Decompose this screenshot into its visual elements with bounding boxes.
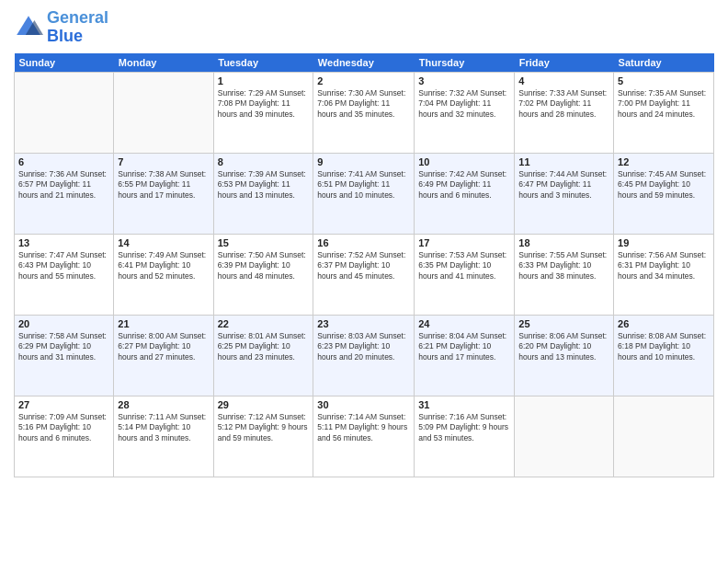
day-number: 7 xyxy=(118,156,209,167)
day-number: 22 xyxy=(218,318,310,329)
day-info: Sunrise: 7:14 AM Sunset: 5:11 PM Dayligh… xyxy=(317,412,410,443)
calendar-cell: 19Sunrise: 7:56 AM Sunset: 6:31 PM Dayli… xyxy=(614,234,714,315)
weekday-sunday: Sunday xyxy=(15,53,114,73)
weekday-thursday: Thursday xyxy=(415,53,515,73)
calendar-cell: 23Sunrise: 8:03 AM Sunset: 6:23 PM Dayli… xyxy=(313,315,415,396)
day-info: Sunrise: 8:00 AM Sunset: 6:27 PM Dayligh… xyxy=(118,331,209,362)
day-number: 5 xyxy=(618,75,710,86)
week-row-3: 13Sunrise: 7:47 AM Sunset: 6:43 PM Dayli… xyxy=(15,234,714,315)
calendar-cell: 20Sunrise: 7:58 AM Sunset: 6:29 PM Dayli… xyxy=(15,315,114,396)
day-number: 8 xyxy=(218,156,310,167)
calendar-cell: 10Sunrise: 7:42 AM Sunset: 6:49 PM Dayli… xyxy=(415,153,515,234)
day-info: Sunrise: 7:33 AM Sunset: 7:02 PM Dayligh… xyxy=(518,88,609,120)
calendar-cell: 6Sunrise: 7:36 AM Sunset: 6:57 PM Daylig… xyxy=(15,153,114,234)
calendar-cell: 8Sunrise: 7:39 AM Sunset: 6:53 PM Daylig… xyxy=(213,153,313,234)
day-number: 10 xyxy=(418,156,510,167)
day-info: Sunrise: 7:42 AM Sunset: 6:49 PM Dayligh… xyxy=(418,169,510,201)
week-row-5: 27Sunrise: 7:09 AM Sunset: 5:16 PM Dayli… xyxy=(15,396,714,477)
weekday-header-row: SundayMondayTuesdayWednesdayThursdayFrid… xyxy=(15,53,714,73)
day-number: 30 xyxy=(317,399,410,410)
calendar-cell: 17Sunrise: 7:53 AM Sunset: 6:35 PM Dayli… xyxy=(415,234,515,315)
day-info: Sunrise: 8:08 AM Sunset: 6:18 PM Dayligh… xyxy=(618,331,710,362)
day-number: 28 xyxy=(118,399,209,410)
day-info: Sunrise: 7:35 AM Sunset: 7:00 PM Dayligh… xyxy=(618,88,710,120)
calendar-cell: 16Sunrise: 7:52 AM Sunset: 6:37 PM Dayli… xyxy=(313,234,415,315)
calendar-cell: 22Sunrise: 8:01 AM Sunset: 6:25 PM Dayli… xyxy=(213,315,313,396)
day-number: 11 xyxy=(518,156,609,167)
day-number: 1 xyxy=(218,75,310,86)
page: General Blue SundayMondayTuesdayWednesda… xyxy=(0,0,728,563)
day-info: Sunrise: 7:39 AM Sunset: 6:53 PM Dayligh… xyxy=(218,169,310,201)
day-info: Sunrise: 8:03 AM Sunset: 6:23 PM Dayligh… xyxy=(317,331,410,362)
day-info: Sunrise: 7:53 AM Sunset: 6:35 PM Dayligh… xyxy=(418,250,510,282)
day-number: 3 xyxy=(418,75,510,86)
day-info: Sunrise: 8:04 AM Sunset: 6:21 PM Dayligh… xyxy=(418,331,510,362)
calendar-cell: 31Sunrise: 7:16 AM Sunset: 5:09 PM Dayli… xyxy=(415,396,515,477)
calendar-cell: 27Sunrise: 7:09 AM Sunset: 5:16 PM Dayli… xyxy=(15,396,114,477)
calendar-cell: 18Sunrise: 7:55 AM Sunset: 6:33 PM Dayli… xyxy=(515,234,614,315)
calendar: SundayMondayTuesdayWednesdayThursdayFrid… xyxy=(14,53,714,477)
day-info: Sunrise: 7:38 AM Sunset: 6:55 PM Dayligh… xyxy=(118,169,209,201)
calendar-cell xyxy=(614,396,714,477)
calendar-cell: 1Sunrise: 7:29 AM Sunset: 7:08 PM Daylig… xyxy=(213,72,313,153)
day-number: 2 xyxy=(317,75,410,86)
calendar-cell xyxy=(114,72,213,153)
calendar-cell: 25Sunrise: 8:06 AM Sunset: 6:20 PM Dayli… xyxy=(515,315,614,396)
calendar-cell: 7Sunrise: 7:38 AM Sunset: 6:55 PM Daylig… xyxy=(114,153,213,234)
calendar-cell: 15Sunrise: 7:50 AM Sunset: 6:39 PM Dayli… xyxy=(213,234,313,315)
day-info: Sunrise: 7:56 AM Sunset: 6:31 PM Dayligh… xyxy=(618,250,710,282)
week-row-4: 20Sunrise: 7:58 AM Sunset: 6:29 PM Dayli… xyxy=(15,315,714,396)
calendar-cell: 5Sunrise: 7:35 AM Sunset: 7:00 PM Daylig… xyxy=(614,72,714,153)
logo-text: General Blue xyxy=(47,9,108,46)
calendar-cell: 24Sunrise: 8:04 AM Sunset: 6:21 PM Dayli… xyxy=(415,315,515,396)
calendar-cell: 13Sunrise: 7:47 AM Sunset: 6:43 PM Dayli… xyxy=(15,234,114,315)
week-row-2: 6Sunrise: 7:36 AM Sunset: 6:57 PM Daylig… xyxy=(15,153,714,234)
day-number: 16 xyxy=(317,237,410,248)
weekday-saturday: Saturday xyxy=(614,53,714,73)
day-info: Sunrise: 7:50 AM Sunset: 6:39 PM Dayligh… xyxy=(218,250,310,282)
day-info: Sunrise: 8:01 AM Sunset: 6:25 PM Dayligh… xyxy=(218,331,310,362)
day-info: Sunrise: 7:55 AM Sunset: 6:33 PM Dayligh… xyxy=(518,250,609,282)
day-info: Sunrise: 8:06 AM Sunset: 6:20 PM Dayligh… xyxy=(518,331,609,362)
day-number: 25 xyxy=(518,318,609,329)
day-info: Sunrise: 7:09 AM Sunset: 5:16 PM Dayligh… xyxy=(18,412,109,443)
day-info: Sunrise: 7:58 AM Sunset: 6:29 PM Dayligh… xyxy=(18,331,109,362)
day-number: 17 xyxy=(418,237,510,248)
logo: General Blue xyxy=(14,9,108,46)
day-number: 29 xyxy=(218,399,310,410)
day-number: 13 xyxy=(18,237,109,248)
day-info: Sunrise: 7:44 AM Sunset: 6:47 PM Dayligh… xyxy=(518,169,609,201)
day-info: Sunrise: 7:29 AM Sunset: 7:08 PM Dayligh… xyxy=(218,88,310,120)
header: General Blue xyxy=(14,9,714,46)
calendar-cell: 26Sunrise: 8:08 AM Sunset: 6:18 PM Dayli… xyxy=(614,315,714,396)
day-number: 15 xyxy=(218,237,310,248)
day-info: Sunrise: 7:11 AM Sunset: 5:14 PM Dayligh… xyxy=(118,412,209,443)
calendar-cell: 2Sunrise: 7:30 AM Sunset: 7:06 PM Daylig… xyxy=(313,72,415,153)
day-number: 19 xyxy=(618,237,710,248)
day-number: 26 xyxy=(618,318,710,329)
day-number: 9 xyxy=(317,156,410,167)
calendar-cell: 3Sunrise: 7:32 AM Sunset: 7:04 PM Daylig… xyxy=(415,72,515,153)
calendar-cell xyxy=(515,396,614,477)
day-number: 31 xyxy=(418,399,510,410)
day-info: Sunrise: 7:12 AM Sunset: 5:12 PM Dayligh… xyxy=(218,412,310,443)
weekday-wednesday: Wednesday xyxy=(313,53,415,73)
calendar-cell: 29Sunrise: 7:12 AM Sunset: 5:12 PM Dayli… xyxy=(213,396,313,477)
day-info: Sunrise: 7:30 AM Sunset: 7:06 PM Dayligh… xyxy=(317,88,410,120)
day-info: Sunrise: 7:49 AM Sunset: 6:41 PM Dayligh… xyxy=(118,250,209,282)
day-info: Sunrise: 7:32 AM Sunset: 7:04 PM Dayligh… xyxy=(418,88,510,120)
day-info: Sunrise: 7:41 AM Sunset: 6:51 PM Dayligh… xyxy=(317,169,410,201)
day-number: 24 xyxy=(418,318,510,329)
day-info: Sunrise: 7:52 AM Sunset: 6:37 PM Dayligh… xyxy=(317,250,410,282)
day-number: 6 xyxy=(18,156,109,167)
day-number: 4 xyxy=(518,75,609,86)
calendar-cell: 11Sunrise: 7:44 AM Sunset: 6:47 PM Dayli… xyxy=(515,153,614,234)
day-number: 21 xyxy=(118,318,209,329)
calendar-cell: 9Sunrise: 7:41 AM Sunset: 6:51 PM Daylig… xyxy=(313,153,415,234)
day-number: 23 xyxy=(317,318,410,329)
day-number: 27 xyxy=(18,399,109,410)
day-info: Sunrise: 7:45 AM Sunset: 6:45 PM Dayligh… xyxy=(618,169,710,201)
day-info: Sunrise: 7:47 AM Sunset: 6:43 PM Dayligh… xyxy=(18,250,109,282)
day-number: 18 xyxy=(518,237,609,248)
day-info: Sunrise: 7:36 AM Sunset: 6:57 PM Dayligh… xyxy=(18,169,109,201)
